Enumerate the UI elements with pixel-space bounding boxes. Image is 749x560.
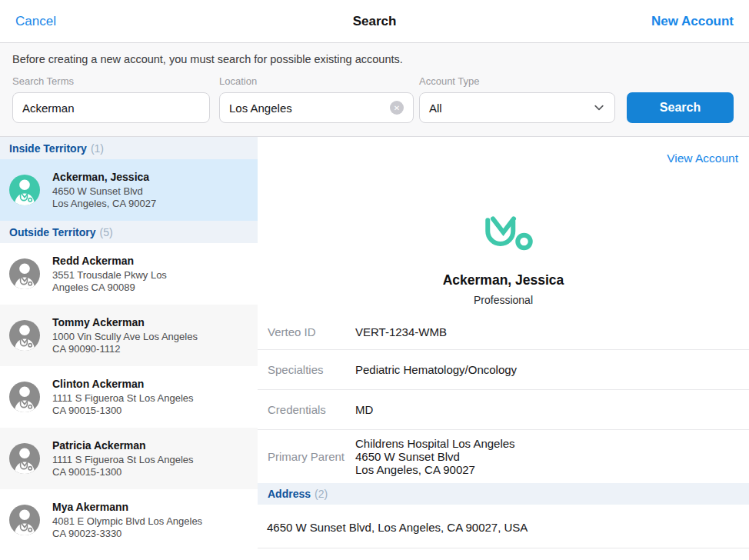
result-item-mya-akermann[interactable]: Mya Akermann 4081 E Olympic Blvd Los Ang…: [0, 489, 258, 551]
field-label: Credentials: [268, 403, 355, 416]
address-row[interactable]: 4650 W Sunset Blvd, Los Angeles, CA 9002…: [258, 505, 749, 548]
search-terms-label: Search Terms: [12, 75, 210, 87]
outside-territory-title: Outside Territory: [9, 226, 96, 238]
doctor-avatar-icon: [9, 382, 40, 412]
search-section: Before creating a new account, you must …: [0, 43, 749, 137]
result-address-line2: Angeles CA 90089: [52, 282, 135, 293]
inside-territory-header: Inside Territory (1): [0, 137, 258, 159]
result-name: Tommy Ackerman: [52, 316, 198, 328]
account-type-value: Professional: [258, 294, 749, 306]
result-name: Patricia Ackerman: [52, 439, 194, 452]
view-account-link[interactable]: View Account: [667, 152, 738, 165]
doctor-avatar-icon: [9, 320, 40, 351]
result-item-ackerman-jessica[interactable]: Ackerman, Jessica 4650 W Sunset Blvd Los…: [0, 159, 258, 221]
field-value: VERT-1234-WMB: [355, 325, 447, 338]
field-value: Pediatric Hematology/Oncology: [355, 363, 517, 376]
outside-territory-count: (5): [100, 226, 113, 238]
account-type-label: Account Type: [419, 75, 615, 87]
doctor-avatar-icon: [9, 505, 40, 535]
result-item-patricia-ackerman[interactable]: Patricia Ackerman 1111 S Figueroa St Los…: [0, 428, 258, 489]
account-detail-panel: View Account Ackerman, Jessica Professio…: [258, 137, 749, 560]
address-section-title: Address: [268, 488, 311, 500]
result-name: Mya Akermann: [52, 501, 202, 513]
address-section-count: (2): [315, 488, 328, 500]
result-address-line1: 1000 Vin Scully Ave Los Angeles: [52, 331, 198, 342]
result-name: Clinton Ackerman: [52, 378, 194, 390]
search-button[interactable]: Search: [627, 92, 734, 123]
result-address-line1: 4650 W Sunset Blvd: [52, 185, 143, 197]
result-address: 4081 E Olympic Blvd Los Angeles CA 90023…: [52, 515, 202, 539]
outside-territory-header: Outside Territory (5): [0, 221, 258, 243]
results-sidebar: Inside Territory (1) Ackerman, Jessica 4…: [0, 137, 258, 560]
result-text: Mya Akermann 4081 E Olympic Blvd Los Ang…: [52, 501, 202, 539]
result-address-line2: Los Angeles, CA 90027: [52, 198, 156, 209]
inside-territory-count: (1): [91, 142, 104, 155]
result-address: 4650 W Sunset Blvd Los Angeles, CA 90027: [52, 185, 156, 209]
doctor-avatar-icon: [9, 258, 40, 289]
result-item-clinton-ackerman[interactable]: Clinton Ackerman 1111 S Figueroa St Los …: [0, 366, 258, 428]
result-text: Tommy Ackerman 1000 Vin Scully Ave Los A…: [52, 316, 198, 355]
result-name: Ackerman, Jessica: [52, 171, 156, 183]
result-text: Ackerman, Jessica 4650 W Sunset Blvd Los…: [52, 171, 156, 209]
result-address-line1: 3551 Trousdale Pkwy Los: [52, 269, 167, 281]
result-name: Redd Ackerman: [52, 255, 167, 267]
result-text: Clinton Ackerman 1111 S Figueroa St Los …: [52, 378, 194, 416]
content-area: Inside Territory (1) Ackerman, Jessica 4…: [0, 137, 749, 560]
location-field-group: Location ✕: [219, 75, 414, 123]
result-item-redd-ackerman[interactable]: Redd Ackerman 3551 Trousdale Pkwy Los An…: [0, 243, 258, 305]
field-value: MD: [355, 403, 373, 416]
account-name: Ackerman, Jessica: [258, 272, 749, 288]
instruction-text: Before creating a new account, you must …: [12, 53, 737, 65]
field-row-credentials: Credentials MD: [258, 390, 749, 430]
account-type-field-group: Account Type All: [419, 75, 615, 123]
field-label: Verteo ID: [268, 325, 355, 338]
new-account-button[interactable]: New Account: [651, 14, 734, 29]
primary-parent-line3: Los Angeles, CA 90027: [355, 463, 475, 476]
result-text: Patricia Ackerman 1111 S Figueroa St Los…: [52, 439, 194, 478]
result-address-line1: 1111 S Figueroa St Los Angeles: [52, 454, 194, 465]
field-label: Specialties: [268, 363, 355, 376]
address-row[interactable]: 3939 S Figueroa St, Los Angeles, CA 9003…: [258, 548, 749, 560]
chevron-down-icon: [593, 102, 605, 114]
search-terms-input[interactable]: [22, 102, 200, 115]
result-address-line2: CA 90023-3330: [52, 528, 122, 539]
detail-fields: Verteo ID VERT-1234-WMB Specialties Pedi…: [258, 315, 749, 483]
page-title: Search: [353, 14, 397, 29]
location-input-wrap: ✕: [219, 92, 414, 123]
doctor-avatar-icon: [9, 175, 40, 205]
result-address: 1111 S Figueroa St Los Angeles CA 90015-…: [52, 392, 194, 416]
primary-parent-line2: 4650 W Sunset Blvd: [355, 450, 460, 463]
field-row-primary-parent: Primary Parent Childrens Hospital Los An…: [258, 430, 749, 483]
result-address-line2: CA 90015-1300: [52, 405, 122, 416]
clear-location-icon[interactable]: ✕: [390, 101, 404, 115]
primary-parent-line1: Childrens Hospital Los Angeles: [355, 437, 515, 450]
result-address-line1: 1111 S Figueroa St Los Angeles: [52, 392, 194, 404]
cancel-button[interactable]: Cancel: [15, 14, 56, 29]
result-item-tommy-ackerman[interactable]: Tommy Ackerman 1000 Vin Scully Ave Los A…: [0, 305, 258, 366]
field-value: Childrens Hospital Los Angeles 4650 W Su…: [355, 437, 515, 476]
result-address: 3551 Trousdale Pkwy Los Angeles CA 90089: [52, 269, 167, 293]
account-type-selected-value: All: [429, 102, 442, 115]
result-address-line1: 4081 E Olympic Blvd Los Angeles: [52, 515, 202, 527]
search-form-row: Search Terms Location ✕ Account Type All…: [12, 75, 737, 123]
search-terms-field-group: Search Terms: [12, 75, 210, 123]
result-address-line2: CA 90090-1112: [52, 343, 120, 355]
result-text: Redd Ackerman 3551 Trousdale Pkwy Los An…: [52, 255, 167, 293]
field-label: Primary Parent: [268, 450, 355, 463]
search-terms-input-wrap: [12, 92, 210, 123]
location-label: Location: [219, 75, 414, 87]
result-address: 1111 S Figueroa St Los Angeles CA 90015-…: [52, 454, 194, 478]
account-type-select[interactable]: All: [419, 92, 615, 123]
result-address-line2: CA 90015-1300: [52, 466, 122, 478]
result-address: 1000 Vin Scully Ave Los Angeles CA 90090…: [52, 331, 198, 355]
address-section-header: Address (2): [258, 483, 749, 505]
field-row-verteo-id: Verteo ID VERT-1234-WMB: [258, 315, 749, 350]
top-nav-bar: Cancel Search New Account: [0, 0, 749, 43]
location-input[interactable]: [229, 102, 390, 115]
doctor-avatar-icon: [9, 443, 40, 474]
field-row-specialties: Specialties Pediatric Hematology/Oncolog…: [258, 350, 749, 390]
inside-territory-title: Inside Territory: [9, 142, 87, 155]
